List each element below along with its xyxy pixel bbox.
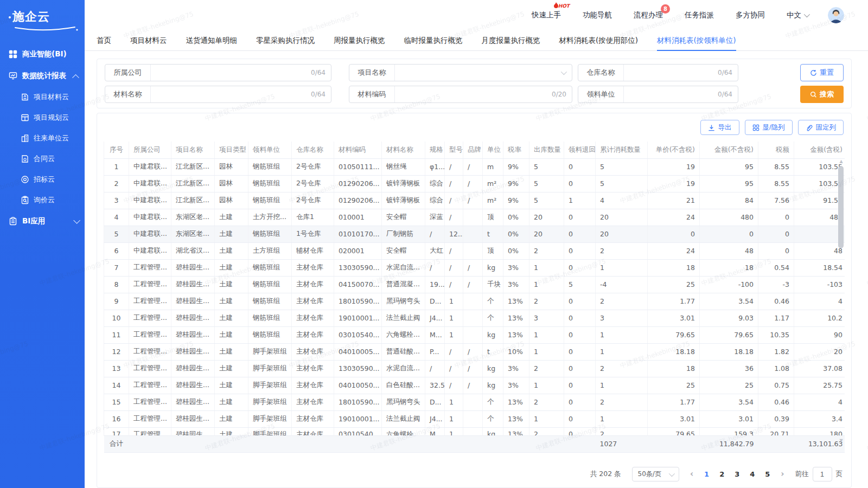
column-header-品牌[interactable]: 品牌 xyxy=(463,142,483,158)
page-button-2[interactable]: 2 xyxy=(719,470,724,478)
table-row-9[interactable]: 9工程管理...碧桂园生...土建钢筋班组主材仓库18010590...黑玛钢弯… xyxy=(104,293,845,310)
project-name-select[interactable] xyxy=(395,65,561,81)
column-header-税率[interactable]: 税率 xyxy=(503,142,529,158)
sidebar-item-data-reports[interactable]: 数据统计报表 xyxy=(0,65,85,87)
table-row-15[interactable]: 15工程管理...碧桂园生...土建脚手架班组主材仓库18010590...黑玛… xyxy=(104,394,845,410)
column-header-所属公司[interactable]: 所属公司 xyxy=(129,142,171,158)
table-cell: 12 xyxy=(104,343,129,360)
filter-input-仓库名称[interactable] xyxy=(624,65,718,81)
table-row-4[interactable]: 4中建君联...东湖区老...土建土方开挖...仓库1010001安全帽深蓝/顶… xyxy=(104,209,845,226)
tab-材料消耗表(按领料单位)[interactable]: 材料消耗表(按领料单位) xyxy=(657,30,736,50)
column-header-金额(含税)[interactable]: 金额(含税) xyxy=(794,142,845,158)
column-header-税额[interactable]: 税额 xyxy=(758,142,794,158)
sidebar-item-bi-app[interactable]: BI应用 xyxy=(0,210,85,232)
table-cell: 17 xyxy=(104,427,129,435)
table-row-1[interactable]: 1中建君联...江北新区...园林钢筋班组2号仓库01050111...钢丝绳φ… xyxy=(104,158,845,175)
table-row-6[interactable]: 6中建君联...湖北省汉...土建土方班组辅材仓库020001安全帽大红/顶0%… xyxy=(104,242,845,259)
next-page-button[interactable]: › xyxy=(781,470,784,478)
show-hide-columns-button[interactable]: 显/隐列 xyxy=(745,120,793,135)
nav-item-4[interactable]: 任务指派 xyxy=(685,10,714,20)
sidebar-subitem-项目材料云[interactable]: 项目材料云 xyxy=(0,87,85,107)
tab-送货通知单明细[interactable]: 送货通知单明细 xyxy=(186,30,238,50)
summary-cell: 13,101.63 xyxy=(794,435,845,452)
column-header-规格[interactable]: 规格 xyxy=(425,142,445,158)
column-header-领料单位[interactable]: 领料单位 xyxy=(248,142,292,158)
nav-item-6[interactable]: 中文 xyxy=(787,10,808,20)
column-header-序号[interactable]: 序号 xyxy=(104,142,129,158)
sidebar-subitem-询价云[interactable]: 询价云 xyxy=(0,190,85,210)
nav-item-2[interactable]: 功能导航 xyxy=(583,10,612,20)
table-row-17[interactable]: 17工程管理...碧桂园生...土建脚手架班组主材仓库03010540...六角… xyxy=(104,427,845,435)
table-cell: 碧桂园生... xyxy=(171,259,215,276)
column-header-单价(不含税)[interactable]: 单价(不含税) xyxy=(648,142,700,158)
sidebar-subitem-项目规划云[interactable]: 项目规划云 xyxy=(0,107,85,128)
sidebar-subitem-合同云[interactable]: 合同云 xyxy=(0,149,85,169)
filter-input-材料编码[interactable] xyxy=(395,86,552,102)
column-header-金额(不含税)[interactable]: 金额(不含税) xyxy=(700,142,758,158)
sidebar-subitem-往来单位云[interactable]: 往来单位云 xyxy=(0,128,85,149)
goto-page-input[interactable] xyxy=(813,467,832,481)
column-header-材料名称[interactable]: 材料名称 xyxy=(382,142,425,158)
scroll-up-arrow-icon[interactable]: ▲ xyxy=(838,159,844,164)
report-icon xyxy=(9,72,17,80)
table-row-12[interactable]: 12工程管理...碧桂园生...土建脚手架班组主材仓库04010005...普通… xyxy=(104,343,845,360)
table-row-11[interactable]: 11工程管理...碧桂园生...土建钢筋班组主材仓库03010540...六角螺… xyxy=(104,326,845,343)
nav-item-1[interactable]: 快速上手HOT xyxy=(532,10,561,20)
column-header-型号[interactable]: 型号 xyxy=(445,142,463,158)
scroll-down-arrow-icon[interactable]: ▼ xyxy=(838,438,844,444)
column-header-领料退回[interactable]: 领料退回 xyxy=(564,142,596,158)
nav-item-5[interactable]: 多方协同 xyxy=(736,10,765,20)
tab-首页[interactable]: 首页 xyxy=(97,30,111,50)
table-row-14[interactable]: 14工程管理...碧桂园生...土建脚手架班组主材仓库04010050...白色… xyxy=(104,377,845,394)
table-row-8[interactable]: 8工程管理...碧桂园生...土建钢筋班组主材仓库04150070...普通混凝… xyxy=(104,276,845,293)
filter-input-材料名称[interactable] xyxy=(151,86,311,102)
page-button-1[interactable]: 1 xyxy=(704,470,709,478)
nav-item-3[interactable]: 流程办理8 xyxy=(634,10,663,20)
table-cell: 1 xyxy=(445,326,463,343)
table-cell: 1号仓库 xyxy=(292,226,334,242)
reset-button[interactable]: 重置 xyxy=(800,64,844,81)
table-cell: 个 xyxy=(483,310,503,326)
column-header-仓库名称[interactable]: 仓库名称 xyxy=(292,142,334,158)
table-row-10[interactable]: 10工程管理...碧桂园生...土建钢筋班组主材仓库19010001...法兰截… xyxy=(104,310,845,326)
column-header-出库数量[interactable]: 出库数量 xyxy=(529,142,564,158)
page-button-5[interactable]: 5 xyxy=(765,470,770,478)
table-cell: 10% xyxy=(503,343,529,360)
tab-临时报量执行概览[interactable]: 临时报量执行概览 xyxy=(404,30,463,50)
table-row-7[interactable]: 7工程管理...碧桂园生...土建钢筋班组主材仓库13030590...水泥自流… xyxy=(104,259,845,276)
tab-零星采购执行情况[interactable]: 零星采购执行情况 xyxy=(256,30,315,50)
page-button-4[interactable]: 4 xyxy=(750,470,755,478)
tab-月度报量执行概览[interactable]: 月度报量执行概览 xyxy=(482,30,540,50)
export-button[interactable]: 导出 xyxy=(700,120,739,135)
table-row-5[interactable]: 5中建君联...东湖区老...土建钢筋班组1号仓库01010170...厂制钢筋… xyxy=(104,226,845,242)
table-cell: 0 xyxy=(648,226,700,242)
sidebar-item-business-intelligence[interactable]: 商业智能(BI) xyxy=(0,43,85,65)
column-header-材料编码[interactable]: 材料编码 xyxy=(334,142,382,158)
prev-page-button[interactable]: ‹ xyxy=(690,470,693,478)
tab-材料消耗表(按使用部位)[interactable]: 材料消耗表(按使用部位) xyxy=(559,30,639,50)
nav-item-label: 流程办理 xyxy=(634,10,663,20)
table-row-16[interactable]: 16工程管理...碧桂园生...土建脚手架班组主材仓库19010001...法兰… xyxy=(104,410,845,427)
table-row-2[interactable]: 2中建君联...江北新区...园林钢筋班组2号仓库01290206...镀锌薄钢… xyxy=(104,175,845,192)
filter-input-领料单位[interactable] xyxy=(624,86,718,102)
table-row-13[interactable]: 13工程管理...碧桂园生...土建脚手架班组主材仓库13030590...水泥… xyxy=(104,360,845,377)
page-size-select[interactable]: 50条/页 xyxy=(632,467,679,481)
search-button[interactable]: 搜索 xyxy=(800,86,844,103)
tab-项目材料云[interactable]: 项目材料云 xyxy=(130,30,167,50)
scrollbar-thumb[interactable] xyxy=(838,166,844,248)
vertical-scrollbar[interactable]: ▲ ▼ xyxy=(838,159,845,444)
fixed-columns-button[interactable]: 固定列 xyxy=(798,120,844,135)
table-cell-text: 180 xyxy=(799,428,843,435)
column-header-项目类型[interactable]: 项目类型 xyxy=(215,142,248,158)
filter-field-label: 领料单位 xyxy=(578,86,624,102)
column-header-单位[interactable]: 单位 xyxy=(483,142,503,158)
filter-field-材料编码: 材料编码0/20 xyxy=(349,86,572,103)
filter-input-所属公司[interactable] xyxy=(151,65,311,81)
column-header-项目名称[interactable]: 项目名称 xyxy=(171,142,215,158)
page-button-3[interactable]: 3 xyxy=(735,470,739,478)
column-header-累计消耗数量[interactable]: 累计消耗数量 xyxy=(596,142,648,158)
table-row-3[interactable]: 3中建君联...江北新区...园林钢筋班组2号仓库01290206...镀锌薄钢… xyxy=(104,192,845,209)
avatar[interactable] xyxy=(828,7,844,23)
tab-周报量执行概览[interactable]: 周报量执行概览 xyxy=(334,30,385,50)
sidebar-subitem-招标云[interactable]: 招标云 xyxy=(0,169,85,190)
